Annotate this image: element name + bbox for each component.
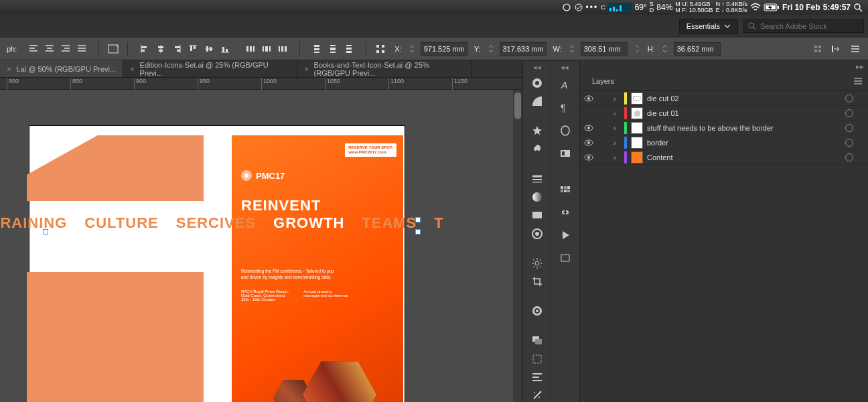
- document-tab[interactable]: ×Edition-Icons-Set.ai @ 25% (RGB/GPU Pre…: [123, 60, 297, 77]
- layers-panel-menu-button[interactable]: [853, 78, 868, 84]
- opentype-panel-icon[interactable]: [556, 122, 575, 139]
- document-tab[interactable]: ×t.ai @ 50% (RGB/GPU Previ...: [0, 60, 123, 77]
- y-stepper-icon[interactable]: [488, 44, 494, 54]
- transform-panel-button[interactable]: [373, 42, 388, 56]
- align-right-button[interactable]: [58, 42, 73, 56]
- layer-name[interactable]: Content: [647, 153, 841, 161]
- distribute-v-center-button[interactable]: [326, 42, 340, 56]
- v-align-bottom-button[interactable]: [218, 42, 232, 56]
- layer-row[interactable]: ›Content: [580, 150, 868, 165]
- layer-expand-chevron[interactable]: ›: [613, 124, 620, 132]
- layer-visibility-toggle[interactable]: [584, 154, 595, 161]
- layer-row[interactable]: ›stuff that needs to be above the border: [580, 121, 868, 135]
- layer-row[interactable]: ›die cut 02: [580, 91, 868, 106]
- layer-visibility-toggle[interactable]: [584, 139, 595, 146]
- gradient-panel-icon[interactable]: [528, 190, 547, 203]
- h-align-right-button[interactable]: [169, 42, 184, 56]
- layer-visibility-toggle[interactable]: [584, 125, 595, 131]
- distribute-h-center-button[interactable]: [259, 42, 274, 56]
- layer-target-button[interactable]: [845, 153, 853, 161]
- isolate-button[interactable]: [810, 42, 825, 56]
- layer-row[interactable]: ›die cut 01: [580, 106, 868, 121]
- tab-close-icon[interactable]: ×: [130, 65, 134, 73]
- v-align-middle-button[interactable]: [202, 42, 216, 56]
- scrollbar-thumb[interactable]: [514, 92, 521, 119]
- layer-name[interactable]: die cut 01: [647, 109, 841, 117]
- swatches-panel-icon[interactable]: [556, 181, 575, 198]
- layer-target-button[interactable]: [845, 124, 853, 132]
- layer-name[interactable]: stuff that needs to be above the border: [647, 124, 841, 132]
- align-left-button[interactable]: [26, 42, 41, 56]
- align-panel-icon[interactable]: [528, 371, 547, 383]
- vertical-scrollbar[interactable]: [513, 90, 522, 402]
- character-panel-icon[interactable]: A: [556, 76, 575, 94]
- horizontal-ruler[interactable]: 8008509009501000105011001150: [0, 78, 522, 90]
- w-value-field[interactable]: [581, 42, 628, 56]
- layer-expand-chevron[interactable]: ›: [613, 94, 620, 103]
- h-stepper-icon[interactable]: [662, 44, 668, 54]
- selection-handle[interactable]: [415, 217, 421, 222]
- sun-icon[interactable]: [528, 257, 547, 269]
- w-stepper-icon[interactable]: [569, 44, 575, 54]
- y-value-field[interactable]: [500, 42, 547, 56]
- layer-expand-chevron[interactable]: ›: [613, 139, 620, 147]
- links-panel-icon[interactable]: [556, 204, 575, 221]
- actions-panel-icon[interactable]: [556, 226, 575, 244]
- paragraph-panel-icon[interactable]: ¶: [556, 99, 575, 117]
- appearance-panel-icon[interactable]: [528, 227, 547, 240]
- area-type-button[interactable]: [106, 42, 121, 56]
- artboards-icon[interactable]: [528, 352, 547, 365]
- layers-collapse-handle[interactable]: ▸▸: [580, 62, 868, 71]
- cc-libraries-icon[interactable]: [528, 305, 547, 318]
- layers-tab[interactable]: Layers: [585, 73, 621, 89]
- distribute-h-left-button[interactable]: [243, 42, 258, 56]
- dock-collapse-right[interactable]: ◂◂: [551, 63, 578, 71]
- stroke-panel-icon[interactable]: [528, 172, 547, 185]
- tab-close-icon[interactable]: ×: [304, 65, 308, 73]
- workspace-switcher[interactable]: Essentials: [679, 19, 738, 34]
- h-align-left-button[interactable]: [137, 42, 152, 56]
- selection-handle[interactable]: [415, 229, 421, 234]
- x-value-field[interactable]: [421, 42, 467, 56]
- align-justify-button[interactable]: [74, 42, 89, 56]
- asset-panel-icon[interactable]: [556, 249, 575, 267]
- adobe-stock-search[interactable]: [743, 19, 864, 33]
- color-guide-icon[interactable]: [528, 94, 547, 107]
- dock-collapse-left[interactable]: ◂◂: [524, 63, 551, 71]
- layer-name[interactable]: border: [647, 139, 841, 147]
- align-center-button[interactable]: [42, 42, 57, 56]
- symbols-panel-icon[interactable]: [528, 125, 547, 137]
- adobe-stock-search-input[interactable]: [760, 22, 859, 30]
- distribute-h-right-button[interactable]: [275, 42, 290, 56]
- layers-stack-icon[interactable]: [528, 334, 547, 347]
- crop-icon[interactable]: [528, 275, 547, 287]
- layer-row[interactable]: ›border: [580, 135, 868, 150]
- layer-visibility-toggle[interactable]: [584, 95, 595, 102]
- v-align-top-button[interactable]: [186, 42, 200, 56]
- align-to-button[interactable]: [829, 42, 844, 56]
- battery-icon[interactable]: [764, 3, 780, 11]
- x-stepper-icon[interactable]: [409, 44, 415, 54]
- canvas[interactable]: RESERVE YOUR SPOT: www.PMC2017.com PMC17…: [0, 90, 513, 402]
- color-panel-icon[interactable]: [528, 76, 547, 89]
- spotlight-icon[interactable]: [853, 3, 863, 12]
- layer-name[interactable]: die cut 02: [647, 94, 841, 103]
- keywords-text-row[interactable]: TRAININGCULTURESERCIVESGROWTHTEAMST: [0, 214, 413, 232]
- brushes-panel-icon[interactable]: [528, 143, 547, 155]
- layer-expand-chevron[interactable]: ›: [613, 153, 620, 161]
- layer-target-button[interactable]: [845, 139, 853, 147]
- layer-target-button[interactable]: [845, 109, 853, 117]
- h-value-field[interactable]: [674, 42, 721, 56]
- link-wh-icon[interactable]: [633, 44, 641, 54]
- h-align-center-button[interactable]: [153, 42, 168, 56]
- selection-handle[interactable]: [43, 229, 48, 234]
- distribute-v-top-button[interactable]: [309, 42, 324, 56]
- tab-close-icon[interactable]: ×: [7, 65, 11, 73]
- wand-icon[interactable]: [528, 389, 547, 402]
- glyphs-panel-icon[interactable]: [556, 145, 575, 162]
- wifi-icon[interactable]: [750, 3, 761, 11]
- transparency-panel-icon[interactable]: [528, 209, 547, 222]
- document-tab[interactable]: ×Books-and-Text-Icon-Set.ai @ 25% (RGB/G…: [297, 60, 472, 77]
- options-menu-button[interactable]: [848, 42, 863, 56]
- distribute-v-bottom-button[interactable]: [342, 42, 356, 56]
